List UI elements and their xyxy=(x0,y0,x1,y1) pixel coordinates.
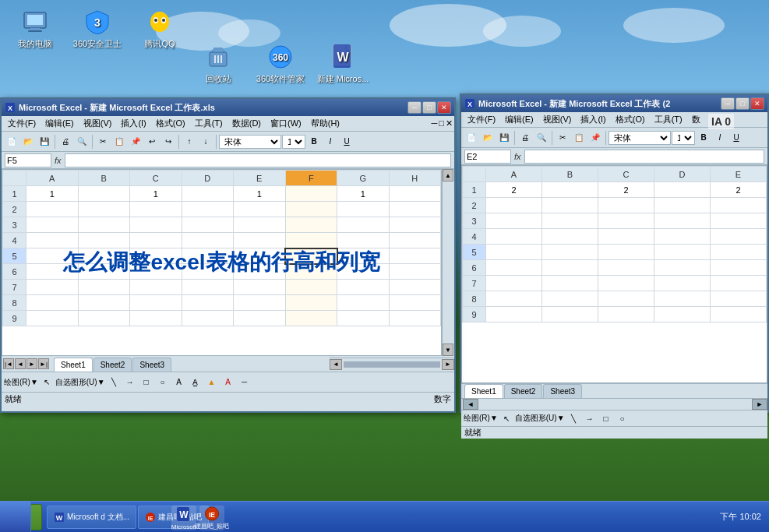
desktop-icon-360guard[interactable]: 3 360安全卫士 xyxy=(70,8,125,50)
inner-close[interactable]: ✕ xyxy=(446,118,453,129)
close-button-1[interactable]: ✕ xyxy=(437,101,451,114)
cell-7-F[interactable] xyxy=(285,280,337,295)
draw-cursor-1[interactable]: ↖ xyxy=(39,375,55,390)
sheet-tab-2-1[interactable]: Sheet2 xyxy=(93,358,132,372)
cell-1-D[interactable] xyxy=(182,186,234,202)
cell-6-D[interactable] xyxy=(182,264,234,280)
tb-open-1[interactable]: 📂 xyxy=(20,134,36,150)
cell2-2-B[interactable] xyxy=(542,198,598,213)
cell2-4-D[interactable] xyxy=(654,229,711,245)
cell-5-C[interactable] xyxy=(130,248,182,264)
cell2-1-D[interactable] xyxy=(654,182,711,198)
cell2-2-E[interactable] xyxy=(711,198,767,213)
tb-bold-1[interactable]: B xyxy=(306,134,322,150)
cell-8-B[interactable] xyxy=(78,295,130,311)
cell2-6-D[interactable] xyxy=(654,260,711,276)
tb-new-2[interactable]: 📄 xyxy=(464,130,479,146)
cell-4-G[interactable] xyxy=(337,233,390,248)
cell-8-A[interactable] xyxy=(26,295,79,311)
cell2-8-B[interactable] xyxy=(542,291,598,307)
scroll-track-2[interactable] xyxy=(480,400,750,408)
inner-max[interactable]: □ xyxy=(439,118,444,129)
h-scrollbar-2[interactable]: ◄ ► xyxy=(461,398,767,410)
tb-preview-2[interactable]: 🔍 xyxy=(534,130,549,146)
scroll-left-1[interactable]: ◄ xyxy=(330,359,342,370)
draw-cursor-2[interactable]: ↖ xyxy=(499,410,514,426)
col-header-C-1[interactable]: C xyxy=(130,171,182,186)
cell-8-C[interactable] xyxy=(130,295,182,311)
cell2-4-E[interactable] xyxy=(711,229,767,245)
cell-9-H[interactable] xyxy=(389,311,441,326)
draw-wordart[interactable]: A̲ xyxy=(188,375,203,390)
cell2-3-A[interactable] xyxy=(486,213,542,229)
cell2-9-C[interactable] xyxy=(598,307,654,322)
cell2-5-A[interactable] xyxy=(486,245,542,260)
spreadsheet-1[interactable]: A B C D E F G H 1111123456789 xyxy=(2,169,442,356)
cell2-5-C[interactable] xyxy=(598,245,654,260)
maximize-button-2[interactable]: □ xyxy=(735,97,750,110)
cell-6-E[interactable] xyxy=(234,264,286,280)
cell-8-H[interactable] xyxy=(389,295,441,311)
col-header-F-1[interactable]: F xyxy=(285,171,337,186)
tb-undo-1[interactable]: ↩ xyxy=(144,134,160,150)
sheet-tab-3-1[interactable]: Sheet3 xyxy=(132,358,171,372)
cell-3-H[interactable] xyxy=(389,217,441,233)
cell-2-F[interactable] xyxy=(285,202,337,217)
cell-4-A[interactable] xyxy=(26,233,79,248)
nav-prev[interactable]: ◄ xyxy=(15,358,26,369)
tb-sort-desc[interactable]: ↓ xyxy=(198,134,213,150)
taskbar-icon-word[interactable]: W Microsoft xyxy=(171,506,196,530)
cell2-6-C[interactable] xyxy=(598,260,654,276)
menu-view-2[interactable]: 视图(V) xyxy=(538,112,577,127)
title-bar-2[interactable]: X Microsoft Excel - 新建 Microsoft Excel 工… xyxy=(461,95,767,112)
cell-7-C[interactable] xyxy=(130,280,182,295)
cell-3-G[interactable] xyxy=(337,217,390,233)
cell-9-G[interactable] xyxy=(337,311,390,326)
desktop-icon-new-doc[interactable]: W 新建 Micros... xyxy=(316,43,370,85)
cell-6-H[interactable] xyxy=(389,264,441,280)
draw-line-2[interactable]: ╲ xyxy=(566,410,581,426)
nav-next[interactable]: ► xyxy=(26,358,37,369)
cell2-7-E[interactable] xyxy=(711,276,767,291)
cell-8-F[interactable] xyxy=(285,295,337,311)
menu-tools-1[interactable]: 工具(T) xyxy=(190,116,228,131)
cell2-5-D[interactable] xyxy=(654,245,711,260)
cell-4-F[interactable] xyxy=(285,233,337,248)
tb-underline-2[interactable]: U xyxy=(728,130,744,146)
tb-print-1[interactable]: 🖨 xyxy=(58,134,73,150)
sheet-tab-1-2[interactable]: Sheet1 xyxy=(464,384,503,398)
minimize-button-2[interactable]: ─ xyxy=(721,97,735,110)
draw-fontcolor[interactable]: A xyxy=(220,375,236,390)
cell-7-B[interactable] xyxy=(78,280,130,295)
col-header-D-2[interactable]: D xyxy=(654,167,711,182)
formula-input-1[interactable] xyxy=(65,153,451,167)
col-header-B-1[interactable]: B xyxy=(78,171,130,186)
sheet-tab-3-2[interactable]: Sheet3 xyxy=(543,384,582,398)
cell-4-E[interactable] xyxy=(234,233,286,248)
cell-5-A[interactable] xyxy=(26,248,79,264)
draw-oval-1[interactable]: ○ xyxy=(155,375,171,390)
menu-help-1[interactable]: 帮助(H) xyxy=(306,116,344,131)
draw-linecolor[interactable]: ─ xyxy=(237,375,252,390)
col-header-A-2[interactable]: A xyxy=(486,167,542,182)
cell-6-B[interactable] xyxy=(78,264,130,280)
cell2-1-B[interactable] xyxy=(542,182,598,198)
tb-cut-2[interactable]: ✂ xyxy=(555,130,570,146)
cell-9-D[interactable] xyxy=(182,311,234,326)
v-scrollbar-1[interactable]: ▲ ▼ xyxy=(442,169,454,356)
cell2-1-E[interactable]: 2 xyxy=(711,182,767,198)
tb-cut-1[interactable]: ✂ xyxy=(95,134,111,150)
tb-italic-2[interactable]: I xyxy=(712,130,728,146)
cell-4-D[interactable] xyxy=(182,233,234,248)
cell-3-D[interactable] xyxy=(182,217,234,233)
nav-btns-1[interactable]: |◄ ◄ ► ►| xyxy=(2,357,51,371)
cell-1-A[interactable]: 1 xyxy=(26,186,79,202)
cell-7-E[interactable] xyxy=(234,280,286,295)
desktop-icon-360soft[interactable]: 360 360软件管家 xyxy=(253,43,308,85)
cell2-3-C[interactable] xyxy=(598,213,654,229)
cell2-7-D[interactable] xyxy=(654,276,711,291)
cell-1-C[interactable]: 1 xyxy=(130,186,182,202)
cell-reference-1[interactable]: F5 xyxy=(5,153,51,167)
cell2-6-E[interactable] xyxy=(711,260,767,276)
cell-8-D[interactable] xyxy=(182,295,234,311)
